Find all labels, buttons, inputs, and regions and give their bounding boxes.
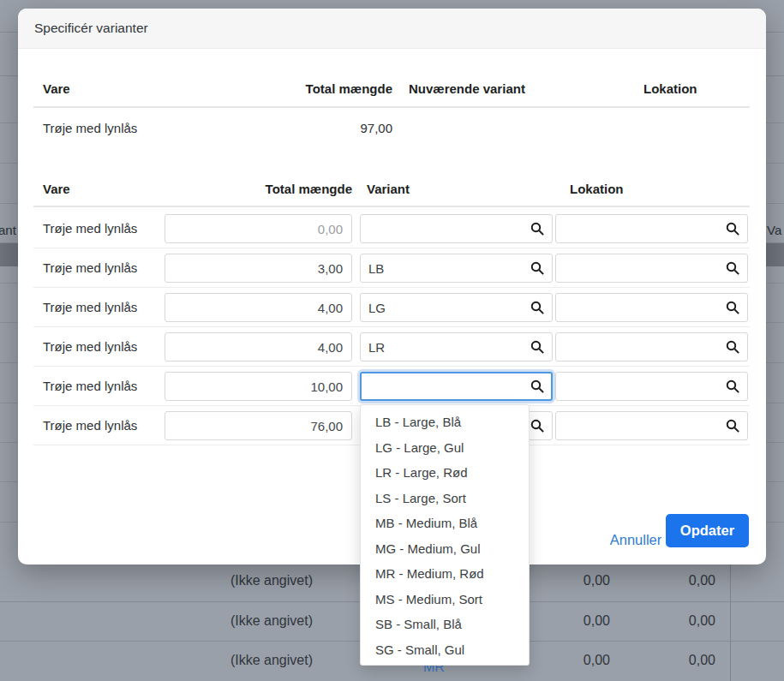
summary-header-vare: Vare bbox=[43, 81, 70, 96]
variant-lookup bbox=[360, 332, 553, 361]
location-lookup bbox=[555, 293, 748, 322]
table-header-divider bbox=[33, 206, 750, 207]
variant-input-focused[interactable] bbox=[360, 372, 553, 401]
variant-input[interactable] bbox=[360, 254, 553, 283]
summary-item-name: Trøje med lynlås bbox=[43, 121, 137, 135]
dropdown-item[interactable]: SB - Small, Blå bbox=[361, 612, 529, 637]
location-input[interactable] bbox=[555, 332, 748, 361]
backdrop-clipped-text-left: ant bbox=[0, 223, 16, 237]
search-icon[interactable] bbox=[725, 339, 740, 355]
variant-lookup bbox=[360, 214, 553, 243]
quantity-cell: 0,00 bbox=[647, 573, 715, 588]
location-input[interactable] bbox=[555, 372, 748, 401]
location-lookup bbox=[555, 411, 748, 440]
dialog-title: Specificér varianter bbox=[34, 21, 148, 36]
search-icon[interactable] bbox=[530, 379, 545, 394]
summary-header-current-variant: Nuværende variant bbox=[409, 81, 525, 96]
update-button[interactable]: Opdater bbox=[666, 514, 749, 547]
quantity-cell: 0,00 bbox=[542, 613, 610, 629]
dropdown-item[interactable]: LB - Large, Blå bbox=[361, 409, 529, 435]
search-icon[interactable] bbox=[725, 379, 740, 394]
location-input[interactable] bbox=[555, 214, 748, 243]
quantity-cell: 0,00 bbox=[542, 573, 610, 588]
row-item-name: Trøje med lynlås bbox=[43, 379, 137, 393]
variant-lookup-focused bbox=[360, 372, 553, 401]
search-icon[interactable] bbox=[725, 221, 740, 236]
variant-cell: (Ikke angivet) bbox=[230, 653, 313, 668]
row-divider bbox=[33, 366, 750, 367]
location-input[interactable] bbox=[555, 293, 748, 322]
location-lookup bbox=[555, 332, 748, 361]
variant-cell: (Ikke angivet) bbox=[230, 573, 313, 588]
row-item-name: Trøje med lynlås bbox=[43, 221, 137, 236]
location-lookup bbox=[555, 372, 748, 401]
search-icon[interactable] bbox=[530, 221, 545, 236]
detail-header-lokation: Lokation bbox=[570, 182, 624, 196]
row-item-name: Trøje med lynlås bbox=[43, 418, 137, 433]
dropdown-item[interactable]: MB - Medium, Blå bbox=[361, 511, 529, 536]
quantity-input[interactable] bbox=[165, 214, 352, 243]
table-header-divider bbox=[33, 106, 750, 108]
search-icon[interactable] bbox=[530, 300, 545, 315]
location-lookup bbox=[555, 254, 748, 283]
backdrop-clipped-text-right: Va bbox=[767, 223, 781, 237]
dropdown-item[interactable]: SG - Small, Gul bbox=[361, 637, 529, 663]
quantity-input[interactable] bbox=[165, 254, 352, 283]
quantity-input[interactable] bbox=[165, 293, 352, 322]
dropdown-item[interactable]: MS - Medium, Sort bbox=[361, 587, 529, 612]
row-item-name: Trøje med lynlås bbox=[43, 300, 137, 314]
quantity-cell: 0,00 bbox=[542, 653, 610, 668]
quantity-cell: 0,00 bbox=[647, 613, 715, 629]
variant-lookup bbox=[360, 254, 553, 283]
row-divider bbox=[33, 248, 750, 248]
quantity-input[interactable] bbox=[165, 411, 352, 440]
screen: ant Va (Ikke angivet) 0,00 0,00 (Ikke an… bbox=[0, 0, 784, 681]
quantity-input[interactable] bbox=[165, 332, 352, 361]
search-icon[interactable] bbox=[530, 339, 545, 355]
backdrop-column-line bbox=[730, 565, 731, 681]
variant-input[interactable] bbox=[360, 332, 553, 361]
search-icon[interactable] bbox=[530, 418, 545, 433]
quantity-cell: 0,00 bbox=[647, 653, 715, 668]
row-item-name: Trøje med lynlås bbox=[43, 260, 137, 275]
dropdown-item[interactable]: LG - Large, Gul bbox=[361, 435, 529, 461]
variant-input[interactable] bbox=[360, 293, 553, 322]
row-item-name: Trøje med lynlås bbox=[43, 339, 137, 354]
quantity-input[interactable] bbox=[165, 372, 352, 401]
summary-header-lokation: Lokation bbox=[643, 81, 697, 96]
row-divider bbox=[33, 287, 750, 288]
search-icon[interactable] bbox=[530, 260, 545, 276]
variant-cell: (Ikke angivet) bbox=[230, 613, 313, 629]
dialog-header: Specificér varianter bbox=[18, 9, 766, 49]
location-input[interactable] bbox=[555, 411, 748, 440]
dropdown-item[interactable]: MR - Medium, Rød bbox=[361, 561, 529, 587]
summary-total-quantity: 97,00 bbox=[257, 121, 392, 135]
search-icon[interactable] bbox=[725, 418, 740, 433]
search-icon[interactable] bbox=[725, 300, 740, 315]
location-input[interactable] bbox=[555, 254, 748, 283]
variant-dropdown: LB - Large, Blå LG - Large, Gul LR - Lar… bbox=[360, 404, 530, 666]
row-divider bbox=[33, 326, 750, 327]
location-lookup bbox=[555, 214, 748, 243]
search-icon[interactable] bbox=[725, 260, 740, 276]
summary-header-total: Total mængde bbox=[257, 81, 392, 96]
detail-header-vare: Vare bbox=[43, 182, 70, 196]
dropdown-item[interactable]: LS - Large, Sort bbox=[361, 486, 529, 511]
detail-header-variant: Variant bbox=[367, 182, 410, 196]
dropdown-item[interactable]: MG - Medium, Gul bbox=[361, 536, 529, 562]
dropdown-item[interactable]: LR - Large, Rød bbox=[361, 460, 529, 486]
variant-lookup bbox=[360, 293, 553, 322]
detail-header-total: Total mængde bbox=[217, 182, 352, 196]
variant-input[interactable] bbox=[360, 214, 553, 243]
